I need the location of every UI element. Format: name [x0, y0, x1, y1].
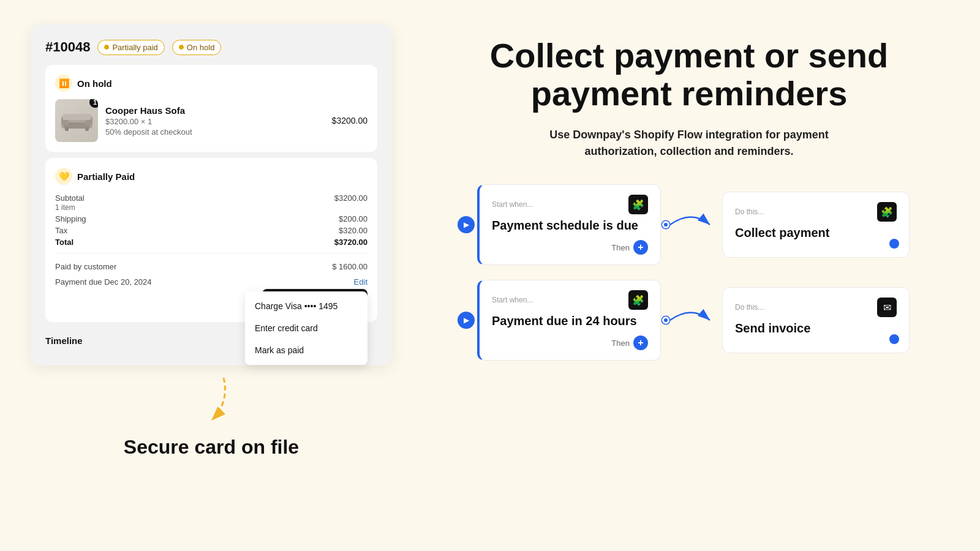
flow2-arrow — [661, 302, 722, 339]
flow1-trigger-card: Start when... 🧩 Payment schedule is due … — [477, 184, 661, 265]
flow1-trigger-footer: Then + — [492, 240, 648, 255]
badge-on-hold: On hold — [172, 40, 222, 55]
flow2-trigger-wrap: ▶ Start when... 🧩 Payment due in 24 hour… — [469, 280, 661, 361]
flow1-action-icon: 🧩 — [877, 202, 897, 222]
payment-due-row: Payment due Dec 20, 2024 Edit — [55, 275, 368, 289]
badge-dot — [104, 45, 109, 50]
flow-row-2: ▶ Start when... 🧩 Payment due in 24 hour… — [469, 280, 910, 361]
divider — [55, 253, 368, 253]
total-row: Total $3720.00 — [55, 236, 368, 248]
flow2-arrow-svg — [664, 302, 719, 339]
flow-container: ▶ Start when... 🧩 Payment schedule is du… — [469, 184, 910, 361]
flow1-action-card: Do this... 🧩 Collect payment — [722, 192, 910, 258]
partially-paid-title: Partially Paid — [77, 171, 135, 182]
flow-row-1: ▶ Start when... 🧩 Payment schedule is du… — [469, 184, 910, 265]
paid-row: Paid by customer $ 1600.00 — [55, 258, 368, 275]
flow2-action-title: Send invoice — [735, 321, 897, 335]
then-plus-2[interactable]: + — [633, 335, 648, 350]
flow1-trigger-wrap: ▶ Start when... 🧩 Payment schedule is du… — [469, 184, 661, 265]
order-number: #10048 — [45, 39, 90, 55]
dashed-arrow-icon — [175, 372, 248, 427]
svg-rect-4 — [65, 127, 69, 131]
enter-credit-card-item[interactable]: Enter credit card — [245, 317, 368, 339]
product-row: 1 Cooper Haus Sofa $3200.00 × 1 50% depo… — [55, 99, 368, 142]
flow1-arrow-svg — [664, 206, 719, 243]
secure-card-label: Secure card on file — [124, 437, 299, 458]
svg-rect-6 — [62, 114, 91, 120]
flow2-trigger-card: Start when... 🧩 Payment due in 24 hours … — [477, 280, 661, 361]
flow1-action-title: Collect payment — [735, 225, 897, 240]
section-header-onhold: ⏸️ On hold — [55, 75, 368, 92]
play-icon-2: ▶ — [458, 312, 475, 329]
badge-dot2 — [179, 45, 184, 50]
order-card: #10048 Partially paid On hold ⏸️ On hold — [31, 24, 392, 365]
flow1-trigger-label: Start when... 🧩 — [492, 195, 648, 214]
svg-rect-5 — [85, 127, 89, 131]
flow1-trigger-title: Payment schedule is due — [492, 218, 648, 233]
edit-link[interactable]: Edit — [354, 277, 368, 287]
partially-paid-section: 💛 Partially Paid Subtotal 1 item $3200.0… — [45, 158, 377, 322]
subheadline: Use Downpay's Shopify Flow integration f… — [536, 127, 842, 160]
product-info: Cooper Haus Sofa $3200.00 × 1 50% deposi… — [105, 105, 325, 137]
onhold-title: On hold — [77, 78, 112, 89]
product-image: 1 — [55, 99, 98, 142]
secure-card-area: Secure card on file — [31, 372, 392, 458]
flow1-action-label: Do this... 🧩 — [735, 202, 897, 222]
flow2-action-card: Do this... ✉ Send invoice — [722, 287, 910, 353]
collect-dropdown: Charge Visa •••• 1495 Enter credit card … — [245, 291, 368, 365]
tax-row: Tax $320.00 — [55, 225, 368, 236]
product-name: Cooper Haus Sofa — [105, 105, 325, 116]
arrow2-start-dot — [662, 317, 669, 324]
order-header: #10048 Partially paid On hold — [45, 39, 377, 55]
collect-area: Collect payment ▾ Charge Visa •••• 1495 … — [55, 289, 368, 312]
flow2-trigger-title: Payment due in 24 hours — [492, 313, 648, 328]
onhold-icon: ⏸️ — [55, 75, 72, 92]
charge-visa-item[interactable]: Charge Visa •••• 1495 — [245, 295, 368, 317]
right-panel: Collect payment or send payment reminder… — [429, 24, 949, 361]
shipping-row: Shipping $200.00 — [55, 213, 368, 225]
action2-end-dot — [889, 334, 899, 344]
product-meta2: 50% deposit at checkout — [105, 127, 325, 137]
flow2-trigger-label: Start when... 🧩 — [492, 290, 648, 310]
arrow1-start-dot — [662, 221, 669, 228]
left-panel: #10048 Partially paid On hold ⏸️ On hold — [31, 24, 392, 458]
product-price: $3200.00 — [332, 116, 368, 126]
play-icon-1: ▶ — [458, 216, 475, 233]
partial-icon: 💛 — [55, 168, 72, 185]
flow2-trigger-icon: 🧩 — [628, 290, 648, 310]
flow2-trigger-footer: Then + — [492, 335, 648, 350]
badge-partially-paid: Partially paid — [97, 40, 164, 55]
flow1-arrow — [661, 206, 722, 243]
flow2-action-icon: ✉ — [877, 298, 897, 317]
flow2-action-label: Do this... ✉ — [735, 298, 897, 317]
action1-end-dot — [889, 239, 899, 249]
headline: Collect payment or send payment reminder… — [475, 37, 903, 112]
mark-as-paid-item[interactable]: Mark as paid — [245, 339, 368, 361]
product-meta1: $3200.00 × 1 — [105, 117, 325, 126]
onhold-section: ⏸️ On hold — [45, 65, 377, 152]
then-plus-1[interactable]: + — [633, 240, 648, 255]
flow1-trigger-icon: 🧩 — [628, 195, 648, 214]
subtotal-row: Subtotal 1 item $3200.00 — [55, 192, 368, 213]
section-header-partial: 💛 Partially Paid — [55, 168, 368, 185]
